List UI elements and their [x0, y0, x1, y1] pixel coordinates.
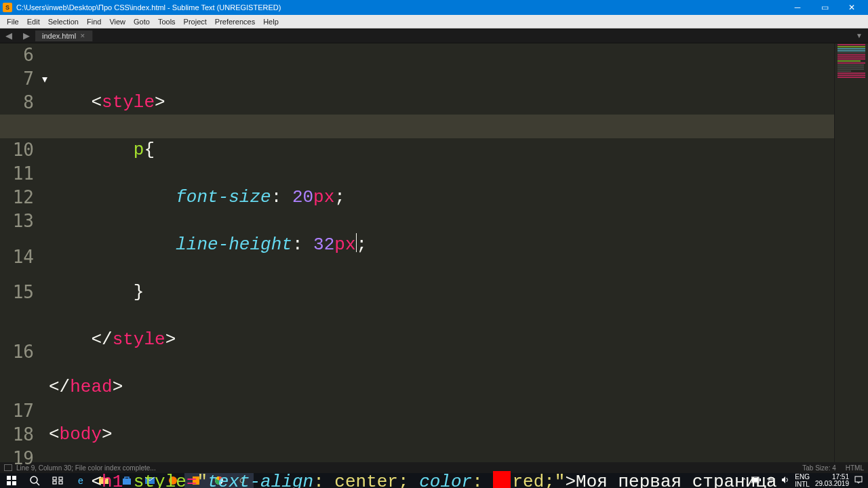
tab-index-html[interactable]: index.html ✕ [35, 30, 93, 41]
search-icon[interactable] [23, 473, 46, 488]
menu-file[interactable]: File [3, 18, 23, 26]
menu-goto[interactable]: Goto [130, 18, 154, 26]
line-number: 17 [0, 399, 34, 423]
code-area[interactable]: <style> p{ font-size: 20px; line-height:… [49, 43, 868, 462]
menu-selection[interactable]: Selection [44, 18, 83, 26]
line-number: 18 [0, 423, 34, 447]
editor[interactable]: 6 7 8 9 10 11 12 13 14 15 16 17 18 19 ▾ … [0, 43, 868, 462]
fold-column: ▾ [41, 43, 49, 462]
menu-edit[interactable]: Edit [23, 18, 44, 26]
menu-help[interactable]: Help [259, 18, 283, 26]
app-icon: S [3, 3, 12, 12]
window-controls: ─ ▭ ✕ [784, 0, 865, 15]
tab-nav-back-icon[interactable]: ◀ [0, 30, 18, 41]
fold-marker-icon[interactable]: ▾ [41, 67, 49, 91]
window-titlebar: S C:\Users\inweb\Desktop\Про CSS\index.h… [0, 0, 868, 15]
svg-rect-2 [7, 481, 11, 485]
line-number: 13 [0, 209, 34, 233]
svg-line-5 [37, 483, 39, 485]
close-button[interactable]: ✕ [838, 0, 865, 15]
minimize-button[interactable]: ─ [784, 0, 811, 15]
svg-point-4 [31, 476, 37, 483]
tab-dropdown-icon[interactable]: ▼ [850, 32, 868, 39]
line-number: 15 [0, 281, 34, 304]
menu-tools[interactable]: Tools [154, 18, 180, 26]
tab-nav-forward-icon[interactable]: ▶ [18, 30, 35, 41]
svg-rect-1 [12, 476, 16, 480]
line-number: 19 [0, 447, 34, 470]
line-number: 10 [0, 138, 34, 162]
menu-preferences[interactable]: Preferences [211, 18, 259, 26]
tab-label: index.html [42, 32, 76, 40]
svg-rect-0 [7, 476, 11, 480]
line-number: 16 [0, 304, 34, 399]
svg-rect-3 [12, 481, 16, 485]
line-number: 12 [0, 186, 34, 209]
menu-project[interactable]: Project [180, 18, 211, 26]
line-number: 8 [0, 91, 34, 115]
menubar: File Edit Selection Find View Goto Tools… [0, 15, 868, 28]
line-number: 14 [0, 233, 34, 281]
tab-close-icon[interactable]: ✕ [80, 33, 85, 39]
window-title: C:\Users\inweb\Desktop\Про CSS\index.htm… [16, 3, 784, 12]
maximize-button[interactable]: ▭ [811, 0, 838, 15]
line-number: 7 [0, 67, 34, 91]
tabbar: ◀ ▶ index.html ✕ ▼ [0, 28, 868, 43]
color-swatch-icon [493, 471, 511, 488]
start-button[interactable] [0, 473, 23, 488]
menu-find[interactable]: Find [83, 18, 105, 26]
gutter: 6 7 8 9 10 11 12 13 14 15 16 17 18 19 [0, 43, 41, 462]
line-number: 11 [0, 162, 34, 186]
line-number: 6 [0, 43, 34, 67]
menu-view[interactable]: View [105, 18, 130, 26]
